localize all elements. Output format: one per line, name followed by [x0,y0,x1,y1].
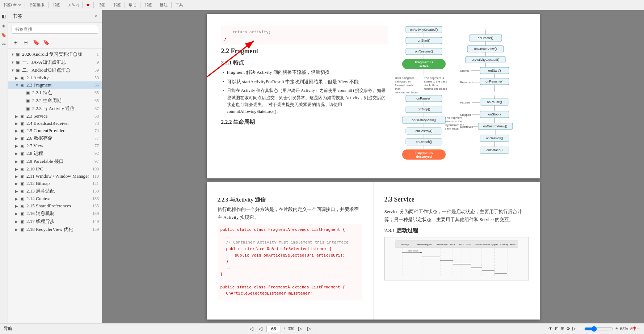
sidebar-tree-item[interactable]: ▣2.2.1 特点65 [8,89,102,97]
svg-text:onActivityCreated(): onActivityCreated() [471,58,499,62]
sidebar-search-input[interactable] [12,25,98,34]
svg-text:removed/replaced: removed/replaced [424,87,447,90]
pdf-page-2: 2.2.3 与Activity 通信 执行此操作的一个好方法是，在片段内定义一个… [207,182,540,320]
sidebar-tree-item[interactable]: ▼▣2.2 Fragment65 [8,81,102,89]
sidebar-bookmark-icon[interactable]: 🔖 [32,38,40,46]
tree-item-label: 2.8 进程 [26,150,99,157]
sidebar-expand-all-icon[interactable]: ⊞ [12,38,20,46]
sidebar-tree-item[interactable]: ▣2.2.3 与 Activity 通信67 [8,105,102,113]
sidebar-tree-item[interactable]: ▶▣2.9 Parcelable 接口97 [8,157,102,165]
sidebar-tree-item[interactable]: ▶▣2.18 RecyclerView 优化159 [8,225,102,233]
current-page-input[interactable] [266,326,281,332]
tree-expand-icon: ▶ [15,129,20,133]
section-2-2-3-body: 执行此操作的一个好方法是，在片段内定义一个回调接口，并要求宿主 Activity… [218,206,362,221]
tree-item-icon: ▣ [16,68,21,73]
sidebar-tree-item[interactable]: ▼▣2020 Android 复习资料汇总版1 [8,50,102,58]
left-icon-4[interactable]: ✏ [1,41,7,48]
sidebar-tree-item[interactable]: ▼▣一、JAVA知识点汇总9 [8,58,102,66]
tree-item-page: 121 [92,181,99,186]
tree-item-page: 159 [92,227,99,232]
svg-text:onCreateView(): onCreateView() [474,47,496,51]
left-icon-2[interactable]: ◈ [1,22,7,29]
tree-item-label: 2020 Android 复习资料汇总版 [22,51,99,58]
sidebar-tree-item[interactable]: ▼▣二、Android知识点汇总59 [8,66,102,74]
svg-text:startService: startService [408,250,418,252]
sidebar-add-icon[interactable]: 🔖 [42,38,50,46]
sidebar-tree-item[interactable]: ▶▣2.11 Window / Window Manager110 [8,173,102,180]
zoom-in-button[interactable]: + [615,326,618,331]
tree-item-label: 2.17 线程异步 [26,218,99,225]
sidebar-tree-item[interactable]: ▶▣2.12 Bitmap121 [8,180,102,187]
tree-item-page: 9 [97,60,99,65]
tree-item-page: 92 [94,151,99,156]
sidebar-tree-item[interactable]: ▶▣2.10 IPC100 [8,165,102,173]
next-page-button[interactable]: ▷ [297,326,303,332]
sidebar-tree-item[interactable]: ▶▣2.13 屏幕适配130 [8,187,102,195]
tree-expand-icon: ▶ [15,122,20,126]
sidebar-tree-item[interactable]: ▶▣2.4 BroadcastReceiver73 [8,120,102,127]
rotate-icon[interactable]: ⟳ [567,326,570,331]
tree-item-page: 133 [92,196,99,202]
sidebar-close-button[interactable]: × [94,13,97,20]
svg-text:ActivityThread: ActivityThread [500,243,515,246]
sidebar-tree-item[interactable]: ▶▣2.1 Activity59 [8,74,102,81]
sidebar-tree-item[interactable]: ▶▣2.17 线程异步149 [8,217,102,225]
code-line-3: // Container Activity must implement thi… [218,239,362,246]
tree-item-icon: ▣ [20,144,25,148]
sidebar-header: 书签 × [8,10,102,23]
subsection-2-2-1: 2.2.1 特点 [221,59,388,66]
last-page-button[interactable]: ▷| [306,326,313,332]
sidebar-tree-item[interactable]: ▶▣2.15 SharedPreferences135 [8,202,102,210]
sidebar-tree-item[interactable]: ▶▣2.7 View77 [8,142,102,149]
sidebar-collapse-all-icon[interactable]: ⊟ [22,38,30,46]
tree-item-label: 2.2 Fragment [26,82,99,88]
play-icon[interactable]: ▷ [572,326,576,331]
sidebar-tree: ▼▣2020 Android 复习资料汇总版1▼▣一、JAVA知识点汇总9▼▣二… [8,49,102,323]
prev-page-button[interactable]: ◁ [257,326,264,332]
section-2-3-body: Service 分为两种工作状态，一种是启动状态，主要用于执行后台计算；另一种是… [384,208,529,224]
fit-page-icon[interactable]: ⊡ [555,326,559,331]
left-icon-3[interactable]: 🔖 [1,32,7,38]
svg-text:Activity: Activity [400,243,409,246]
tree-item-page: 67 [94,106,99,111]
tree-item-icon: ▣ [20,211,25,216]
svg-text:Fragment is: Fragment is [414,60,433,64]
svg-text:onPause(): onPause() [416,97,432,100]
toolbar: 书签Office 书签排版 书签 ▷ ✎ ◁ ★ 书签 书签 帮助 书签 批注 … [0,0,644,10]
sidebar: 书签 × ⊞ ⊟ 🔖 🔖 ▼▣2020 Android 复习资料汇总版1▼▣一、… [8,10,102,323]
tree-item-label: 2.3 Service [26,113,99,119]
svg-text:ContextWrapper: ContextWrapper [415,243,432,246]
svg-text:AMP: AMP [449,243,455,246]
content-area: return activity; } 2.2 Fragment 2.2.1 特点… [102,10,644,323]
left-icon-1[interactable]: ◧ [1,13,7,20]
zoom-slider[interactable] [584,326,613,332]
svg-text:onStart(): onStart() [488,69,501,72]
svg-text:The fragment: The fragment [445,116,462,119]
sidebar-tree-item[interactable]: ▶▣2.8 进程92 [8,149,102,157]
sidebar-tree-item[interactable]: ▶▣2.16 消息机制139 [8,210,102,217]
sidebar-tree-item[interactable]: ▶▣2.6 数据存储77 [8,134,102,142]
svg-text:...: ... [484,26,487,30]
svg-text:Stopped: Stopped [460,113,471,117]
svg-text:destroyed: destroyed [416,155,432,158]
tree-item-icon: ▣ [20,204,25,208]
sidebar-tree-item[interactable]: ▶▣2.14 Context133 [8,195,102,202]
pdf-half-right: 2.3 Service Service 分为两种工作状态，一种是启动状态，主要用… [373,182,540,320]
tree-expand-icon: ▶ [15,136,20,140]
svg-text:back stack: back stack [445,127,459,130]
sidebar-tree-item[interactable]: ▶▣2.3 Service68 [8,113,102,120]
nav-label[interactable]: 导航 [4,326,12,332]
code-line-1: public static class FragmentA extends Li… [218,227,362,233]
view-icon[interactable]: 👁 [548,326,553,331]
bullet-3: 只能在 Activity 保存其状态（用户离开 Activity）之前使用 co… [221,87,388,115]
first-page-button[interactable]: |◁ [247,326,254,332]
code-line-10: OnArticleSelectedListener mListener; [218,290,362,297]
sidebar-tree-item[interactable]: ▶▣2.5 ContentProvider74 [8,127,102,134]
zoom-out-button[interactable]: — [578,326,582,331]
tree-item-label: 2.12 Bitmap [26,181,99,186]
svg-text:stack, then: stack, then [424,84,438,87]
sidebar-tree-item[interactable]: ▣2.2.2 生命周期65 [8,97,102,105]
tree-item-page: 68 [94,114,99,119]
tree-item-page: 135 [92,203,99,209]
fit-width-icon[interactable]: ⊞ [561,326,564,331]
